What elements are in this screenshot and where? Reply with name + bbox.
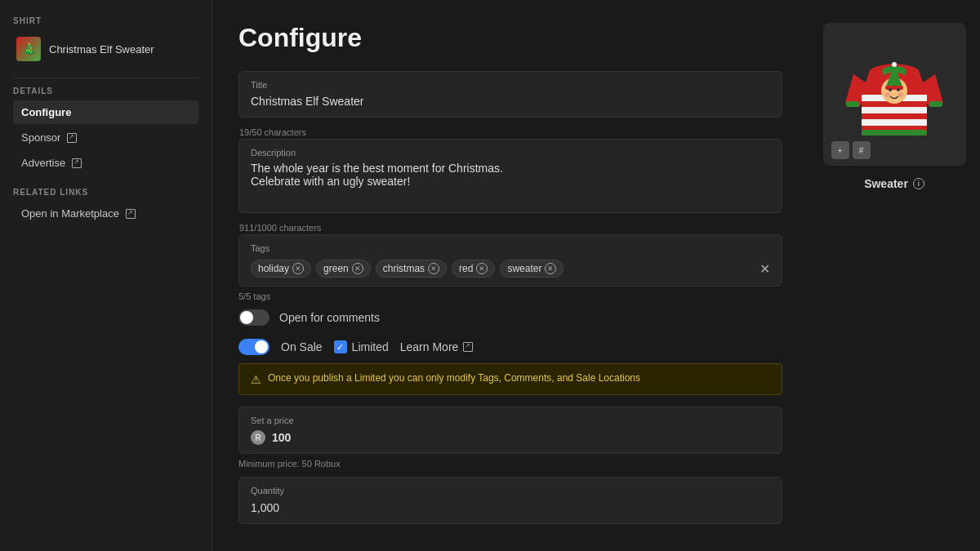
description-field: Description The whole year is the best m… (238, 139, 782, 213)
comments-toggle[interactable] (238, 309, 270, 326)
svg-point-11 (897, 88, 900, 91)
tags-row: holiday ✕ green ✕ christmas ✕ red ✕ swea… (251, 260, 770, 278)
right-panel: + # Sweater i (808, 0, 980, 551)
limited-checkbox[interactable]: ✓ (334, 340, 347, 353)
limited-warning: ⚠ Once you publish a Limited you can onl… (238, 363, 782, 395)
comments-toggle-row: Open for comments (238, 309, 782, 326)
svg-rect-1 (862, 107, 927, 113)
price-field: Set a price R (238, 407, 782, 454)
tag-red-remove[interactable]: ✕ (476, 263, 488, 274)
svg-point-13 (898, 92, 903, 97)
comments-toggle-knob (240, 311, 253, 324)
tag-red-label: red (459, 263, 473, 274)
tag-sweater-remove[interactable]: ✕ (545, 263, 556, 274)
main-content: Configure Title 19/50 characters Descrip… (212, 0, 808, 551)
price-field-label: Set a price (251, 415, 770, 425)
sidebar-item-sponsor-label: Sponsor (21, 131, 60, 144)
learn-more-external-icon (463, 342, 473, 352)
description-input[interactable]: The whole year is the best moment for Ch… (251, 162, 770, 201)
tags-count: 5/5 tags (238, 291, 782, 301)
svg-point-9 (892, 62, 897, 67)
tag-holiday: holiday ✕ (251, 260, 311, 278)
tags-clear-button[interactable]: ✕ (760, 261, 770, 277)
tag-holiday-label: holiday (258, 263, 289, 274)
quantity-input[interactable] (251, 501, 770, 514)
description-counter: 911/1000 characters (239, 223, 782, 233)
title-field: Title (238, 71, 782, 118)
description-field-label: Description (251, 148, 770, 158)
title-counter: 19/50 characters (239, 127, 782, 137)
limited-checkbox-wrap[interactable]: ✓ Limited (334, 340, 389, 353)
on-sale-label: On Sale (281, 340, 323, 353)
preview-info-icon[interactable]: i (913, 178, 924, 189)
preview-item-label: Sweater (864, 177, 908, 190)
preview-plus-button[interactable]: + (831, 141, 849, 159)
sidebar-shirt-row: 🎄 Christmas Elf Sweater (13, 32, 198, 66)
tag-christmas: christmas ✕ (376, 260, 447, 278)
sidebar-item-configure[interactable]: Configure (13, 100, 198, 124)
comments-toggle-label: Open for comments (279, 311, 380, 324)
page-title: Configure (238, 23, 782, 53)
on-sale-toggle-knob (255, 340, 268, 353)
sidebar-shirt-section-label: SHIRT (13, 16, 198, 25)
sidebar-item-sponsor[interactable]: Sponsor (13, 126, 198, 149)
price-input[interactable] (272, 431, 770, 444)
limited-label: Limited (352, 340, 389, 353)
sidebar-details-section-label: DETAILS (13, 87, 198, 96)
sidebar-item-advertise-label: Advertise (21, 157, 65, 169)
quantity-field-label: Quantity (251, 486, 770, 495)
warning-triangle-icon: ⚠ (251, 373, 261, 386)
tag-sweater-label: sweater (507, 263, 541, 274)
preview-controls: + # (831, 141, 871, 159)
tag-sweater: sweater ✕ (500, 260, 564, 278)
warning-text: Once you publish a Limited you can only … (268, 372, 640, 384)
tag-christmas-label: christmas (383, 263, 425, 274)
tag-red: red ✕ (452, 260, 495, 278)
svg-point-12 (885, 92, 890, 97)
limited-checkmark: ✓ (336, 342, 344, 353)
sweater-image (841, 42, 947, 148)
marketplace-external-icon (126, 209, 136, 219)
svg-rect-5 (862, 130, 927, 136)
learn-more-label: Learn More (400, 340, 459, 353)
title-input[interactable] (251, 95, 770, 108)
sale-row: On Sale ✓ Limited Learn More (238, 339, 782, 355)
tags-field-label: Tags (251, 243, 770, 253)
tag-christmas-remove[interactable]: ✕ (428, 263, 439, 274)
item-preview: + # (823, 23, 966, 166)
preview-hash-button[interactable]: # (853, 141, 871, 159)
price-minimum-label: Minimum price: 50 Robux (238, 459, 782, 469)
svg-rect-4 (929, 101, 942, 107)
tag-green-label: green (323, 263, 349, 274)
tag-green: green ✕ (316, 260, 371, 278)
sidebar-item-advertise[interactable]: Advertise (13, 151, 198, 175)
tags-field: Tags holiday ✕ green ✕ christmas ✕ red ✕… (238, 234, 782, 287)
quantity-field: Quantity (238, 477, 782, 524)
sidebar-item-marketplace-label: Open in Marketplace (21, 207, 119, 220)
sidebar-related-section-label: RELATED LINKS (13, 188, 198, 197)
robux-icon: R (251, 430, 265, 445)
svg-rect-3 (846, 101, 859, 107)
price-row: R (251, 430, 770, 445)
shirt-thumbnail: 🎄 (16, 37, 41, 61)
on-sale-toggle[interactable] (238, 339, 270, 355)
tag-green-remove[interactable]: ✕ (352, 263, 363, 274)
preview-label-row: Sweater i (864, 177, 924, 190)
learn-more-link[interactable]: Learn More (400, 340, 474, 353)
tag-holiday-remove[interactable]: ✕ (292, 263, 304, 274)
sidebar-shirt-name: Christmas Elf Sweater (49, 43, 154, 56)
sidebar: SHIRT 🎄 Christmas Elf Sweater DETAILS Co… (0, 0, 212, 551)
svg-point-10 (889, 88, 892, 91)
sidebar-item-configure-label: Configure (21, 106, 71, 118)
sponsor-external-icon (67, 133, 77, 143)
title-field-label: Title (251, 80, 770, 90)
advertise-external-icon (72, 158, 82, 168)
sidebar-item-marketplace[interactable]: Open in Marketplace (13, 202, 198, 225)
sidebar-divider-1 (13, 78, 198, 78)
svg-rect-8 (885, 86, 903, 90)
svg-rect-2 (862, 119, 927, 126)
